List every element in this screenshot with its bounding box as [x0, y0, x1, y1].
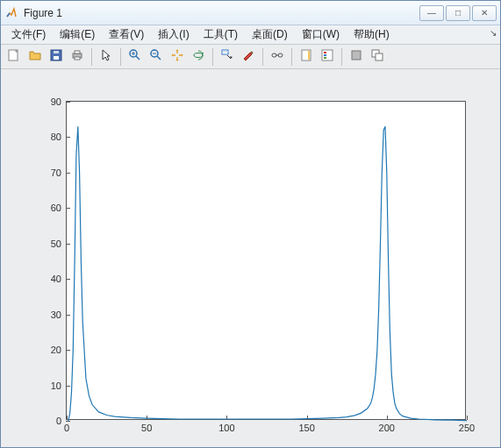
save-icon	[49, 48, 63, 65]
toolbar-separator	[91, 48, 92, 66]
menu-5[interactable]: 桌面(D)	[245, 25, 295, 44]
y-tick-label: 70	[51, 167, 61, 178]
y-tick-mark	[66, 279, 70, 280]
x-tick-mark	[147, 416, 147, 420]
colorbar-icon	[299, 48, 313, 65]
y-tick-mark	[66, 421, 70, 422]
toolbar-separator	[212, 48, 213, 66]
minimize-button[interactable]: —	[419, 5, 444, 21]
hide-tools-button[interactable]	[347, 47, 366, 67]
series-line	[68, 126, 467, 421]
x-tick-mark	[226, 416, 227, 420]
rotate-3d-icon	[191, 48, 205, 65]
y-tick-label: 80	[51, 132, 61, 142]
figure-window: Figure 1 — □ ✕ 文件(F)编辑(E)查看(V)插入(I)工具(T)…	[0, 0, 501, 448]
x-tick-label: 50	[141, 423, 152, 433]
axes[interactable]: 0102030405060708090050100150200250	[66, 101, 466, 420]
open-file-icon	[28, 48, 42, 65]
brush-button[interactable]	[239, 47, 258, 67]
y-tick-mark	[66, 137, 70, 138]
print-icon	[70, 48, 84, 65]
plot-line	[67, 102, 467, 421]
svg-rect-25	[324, 57, 326, 59]
y-tick-label: 50	[51, 238, 61, 249]
close-button[interactable]: ✕	[472, 5, 497, 21]
svg-rect-28	[376, 53, 383, 60]
rotate-3d-button[interactable]	[189, 47, 208, 67]
hide-tools-icon	[349, 48, 363, 65]
svg-rect-23	[324, 52, 326, 53]
menubar: 文件(F)编辑(E)查看(V)插入(I)工具(T)桌面(D)窗口(W)帮助(H)…	[1, 25, 500, 45]
svg-rect-21	[308, 51, 310, 60]
x-tick-label: 250	[459, 423, 475, 433]
toolbar-separator	[291, 48, 292, 66]
x-tick-label: 0	[64, 423, 69, 433]
zoom-out-button[interactable]	[147, 47, 166, 67]
pan-button[interactable]	[168, 47, 187, 67]
svg-rect-3	[54, 51, 59, 53]
svg-rect-5	[75, 51, 80, 53]
data-cursor-button[interactable]	[218, 47, 237, 67]
new-figure-icon	[7, 48, 21, 65]
y-tick-mark	[66, 173, 70, 174]
new-figure-button[interactable]	[4, 47, 24, 67]
zoom-in-button[interactable]	[125, 47, 145, 67]
menu-4[interactable]: 工具(T)	[197, 25, 245, 44]
svg-rect-6	[75, 57, 80, 60]
svg-rect-26	[352, 51, 361, 60]
y-tick-mark	[66, 350, 70, 351]
x-tick-label: 150	[298, 423, 314, 433]
zoom-in-icon	[128, 48, 142, 65]
legend-button[interactable]	[318, 47, 337, 67]
y-tick-label: 10	[51, 380, 61, 391]
toolbar	[1, 45, 500, 69]
x-tick-mark	[67, 416, 68, 420]
pointer-icon	[99, 48, 113, 65]
save-button[interactable]	[47, 47, 66, 67]
menu-2[interactable]: 查看(V)	[102, 25, 151, 44]
menubar-dropdown-icon[interactable]: ↘	[490, 28, 497, 38]
y-tick-mark	[66, 102, 70, 103]
menu-1[interactable]: 编辑(E)	[53, 25, 102, 44]
y-tick-label: 60	[51, 203, 61, 213]
x-tick-label: 200	[379, 423, 395, 433]
y-tick-label: 40	[51, 274, 61, 284]
menu-6[interactable]: 窗口(W)	[295, 25, 347, 44]
show-tools-button[interactable]	[368, 47, 387, 67]
y-tick-mark	[66, 208, 70, 209]
y-tick-label: 0	[56, 416, 61, 426]
colorbar-button[interactable]	[297, 47, 316, 67]
y-tick-mark	[66, 386, 70, 387]
link-button[interactable]	[268, 47, 287, 67]
toolbar-separator	[341, 48, 342, 66]
svg-line-8	[136, 56, 140, 60]
x-tick-label: 100	[218, 423, 234, 433]
menu-3[interactable]: 插入(I)	[151, 25, 196, 44]
svg-line-12	[157, 56, 161, 60]
brush-icon	[241, 48, 255, 65]
svg-rect-24	[324, 54, 326, 56]
svg-point-14	[194, 53, 203, 58]
x-tick-mark	[307, 416, 308, 420]
open-file-button[interactable]	[25, 47, 45, 67]
menu-7[interactable]: 帮助(H)	[347, 25, 397, 44]
pointer-button[interactable]	[97, 47, 116, 67]
y-tick-mark	[66, 315, 70, 316]
legend-icon	[320, 48, 334, 65]
pan-icon	[170, 48, 184, 65]
zoom-out-icon	[149, 48, 163, 65]
y-tick-label: 30	[51, 309, 61, 320]
show-tools-icon	[370, 48, 384, 65]
link-icon	[270, 48, 284, 65]
matlab-icon	[4, 6, 18, 20]
menu-0[interactable]: 文件(F)	[4, 25, 53, 44]
y-tick-label: 90	[51, 96, 61, 107]
window-controls: — □ ✕	[419, 5, 497, 21]
svg-rect-2	[54, 56, 59, 60]
print-button[interactable]	[68, 47, 87, 67]
maximize-button[interactable]: □	[446, 5, 470, 21]
toolbar-separator	[120, 48, 121, 66]
y-tick-label: 20	[51, 345, 61, 355]
y-tick-mark	[66, 244, 70, 245]
x-tick-mark	[387, 416, 388, 420]
